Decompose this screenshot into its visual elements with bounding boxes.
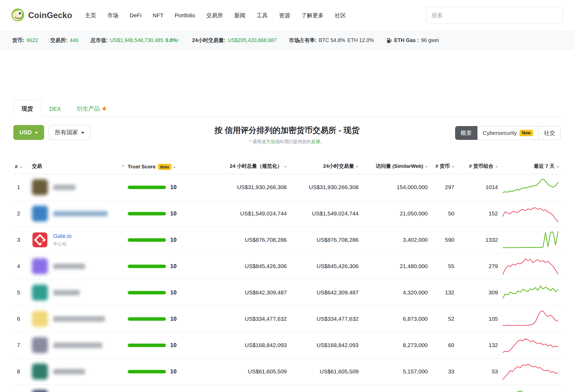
trust-score-bar — [128, 186, 166, 189]
exchange-clear: Gate.io 中心化 — [32, 232, 72, 248]
trust-score-bar-fill — [128, 186, 166, 189]
view-overview-button[interactable]: 概要 — [455, 126, 477, 140]
exchange-cell[interactable] — [32, 311, 124, 327]
header-coins[interactable]: # 货币 — [429, 163, 456, 174]
nav-portfolio[interactable]: Portfolio — [175, 12, 195, 19]
view-cybersecurity-button[interactable]: Cybersecurity New — [477, 126, 539, 140]
sparkline-chart — [502, 387, 559, 392]
header-trust-score[interactable]: Trust ScoreBeta — [126, 163, 203, 174]
page-title-block: 按 信用评分排列的加密货币交易所 - 现货 * 请阅读方法或向我们提供您的反馈。 — [167, 125, 407, 145]
nav-home[interactable]: 主页 — [85, 12, 96, 19]
trust-score-value: 10 — [170, 368, 177, 375]
volume-normalized-cell: US$334,477,632 — [203, 306, 288, 332]
header-last-7-days[interactable]: 最近 7 天 — [500, 163, 561, 174]
exchange-subtitle: 中心化 — [53, 241, 72, 247]
nav-exchanges[interactable]: 交易所 — [206, 12, 223, 19]
nav-defi[interactable]: DeFi — [130, 12, 141, 19]
volume-cell: US$334,477,632 — [288, 306, 360, 332]
trust-score-bar-fill — [128, 212, 166, 215]
header-volume-24h-label: 24小时交易量 — [323, 163, 354, 169]
volume-cell: US$642,309,487 — [288, 280, 360, 306]
table-row: 7 10 US$168,842,093 US$168,842,093 8,273… — [13, 332, 561, 358]
volume-normalized-cell: US$61,605,509 — [203, 358, 288, 385]
exchange-logo-blurred — [32, 311, 48, 327]
stat-exchanges-value[interactable]: 446 — [70, 37, 78, 43]
header-exchange[interactable]: 交易 — [30, 163, 126, 174]
pairs-cell: 1014 — [456, 174, 500, 201]
exchange-cell[interactable] — [32, 390, 124, 392]
exchange-cell[interactable]: Gate.io 中心化 — [32, 232, 124, 248]
exchange-name-link[interactable]: Gate.io — [53, 233, 72, 240]
nav-learn-more[interactable]: 了解更多 — [301, 12, 324, 19]
header-rank-label: # — [15, 164, 18, 169]
tab-spot-label: 现货 — [22, 105, 33, 112]
trust-score-bar — [128, 265, 166, 268]
nav-nft[interactable]: NFT — [153, 12, 164, 19]
stat-gas-value: 96 gwei — [421, 37, 439, 43]
trust-score-bar — [128, 317, 166, 321]
table-row: 3 Gate.io 中心化 — [13, 227, 561, 253]
trust-score-cell: 10 — [128, 237, 202, 243]
volume-cell: US$1,549,024,744 — [288, 201, 360, 227]
header-rank[interactable]: # — [13, 163, 30, 174]
table-row: 8 10 US$61,605,509 US$61,605,509 5,157,0… — [13, 358, 561, 385]
feedback-link[interactable]: 反馈 — [311, 139, 320, 144]
tab-dex[interactable]: DEX — [41, 102, 69, 117]
top-header: CoinGecko 主页 市场 DeFi NFT Portfolio 交易所 新… — [0, 0, 574, 31]
exchange-cell[interactable] — [32, 179, 124, 195]
nav-community[interactable]: 社区 — [335, 12, 346, 19]
visits-cell: 8,273,000 — [360, 332, 429, 358]
header-volume-normalized[interactable]: 24 小时总量（规范化） — [203, 163, 288, 174]
coins-cell: 33 — [429, 358, 456, 385]
tab-derivatives-label: 衍生产品 — [77, 105, 100, 112]
exchange-logo-blurred — [32, 364, 48, 380]
exchange-cell[interactable] — [32, 364, 124, 380]
currency-dropdown[interactable]: USD — [13, 125, 44, 140]
nav-resources[interactable]: 资源 — [279, 12, 290, 19]
tab-derivatives[interactable]: 衍生产品 — [69, 101, 115, 117]
view-social-button[interactable]: 社交 — [539, 126, 561, 140]
table-row: 4 10 US$845,426,306 US$845,426,306 21,48… — [13, 253, 561, 280]
header-volume-24h[interactable]: 24小时交易量 — [288, 163, 360, 174]
coingecko-logo[interactable]: CoinGecko — [11, 8, 72, 23]
view-cybersecurity-label: Cybersecurity — [483, 130, 517, 136]
trust-score-cell: 10 — [128, 184, 202, 191]
nav-markets[interactable]: 市场 — [107, 12, 118, 19]
exchange-cell[interactable] — [32, 258, 124, 274]
stat-coins-value[interactable]: 6622 — [27, 37, 38, 43]
header-pairs[interactable]: # 货币组合 — [456, 163, 500, 174]
trust-score-bar-fill — [128, 317, 166, 321]
trust-score-bar — [128, 238, 166, 242]
header-volume-normalized-label: 24 小时总量（规范化） — [230, 163, 282, 169]
volume-normalized-cell: US$876,708,286 — [203, 227, 288, 253]
volume-cell: US$845,426,306 — [288, 253, 360, 280]
nav-tools[interactable]: 工具 — [257, 12, 268, 19]
stat-volume-value[interactable]: US$205,420,868,887 — [228, 37, 277, 43]
nav-news[interactable]: 新闻 — [234, 12, 246, 19]
exchange-logo-blurred — [32, 337, 48, 353]
exchange-name-blur — [53, 264, 85, 269]
search-input[interactable] — [426, 7, 563, 24]
trust-score-cell: 10 — [128, 263, 202, 270]
stat-marketcap-value[interactable]: US$1,948,548,730,485 — [110, 37, 163, 43]
exchange-cell[interactable] — [32, 337, 124, 353]
coins-cell: 50 — [429, 201, 456, 227]
rank-cell: 5 — [13, 280, 30, 306]
exchange-cell[interactable] — [32, 285, 124, 301]
trust-score-value: 10 — [170, 289, 177, 296]
exchange-logo-blurred — [32, 285, 48, 301]
exchange-blur — [32, 390, 96, 392]
volume-normalized-cell: US$642,309,487 — [203, 280, 288, 306]
country-dropdown[interactable]: 所有国家 — [48, 125, 90, 140]
volume-cell: US$168,842,093 — [288, 332, 360, 358]
trust-score-value: 10 — [170, 184, 177, 191]
market-type-tabs: 现货 DEX 衍生产品 — [13, 100, 561, 117]
pairs-cell: 279 — [456, 253, 500, 280]
sort-icon — [495, 166, 498, 168]
methodology-link[interactable]: 方法 — [266, 139, 275, 144]
header-visits[interactable]: 访问量 (SimilarWeb) — [360, 163, 429, 174]
tab-spot[interactable]: 现货 — [13, 100, 41, 117]
rank-cell: 1 — [13, 174, 30, 201]
exchange-cell[interactable] — [32, 206, 124, 222]
stat-dominance-label: 市场占有率: — [289, 37, 317, 44]
